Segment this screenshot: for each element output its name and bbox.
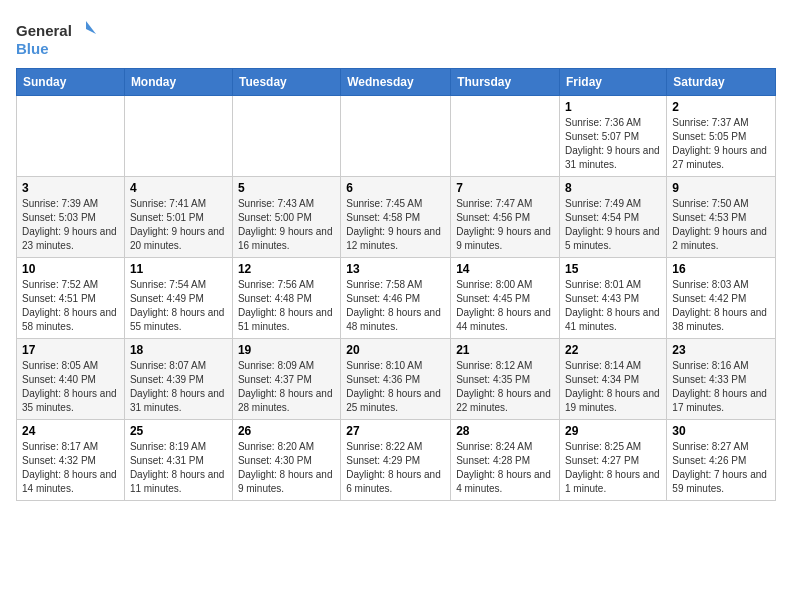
day-info: Sunrise: 8:22 AM Sunset: 4:29 PM Dayligh… <box>346 440 445 496</box>
day-number: 18 <box>130 343 227 357</box>
header-cell-tuesday: Tuesday <box>232 69 340 96</box>
day-number: 10 <box>22 262 119 276</box>
day-number: 1 <box>565 100 661 114</box>
day-cell: 22Sunrise: 8:14 AM Sunset: 4:34 PM Dayli… <box>560 339 667 420</box>
day-cell: 26Sunrise: 8:20 AM Sunset: 4:30 PM Dayli… <box>232 420 340 501</box>
day-cell: 4Sunrise: 7:41 AM Sunset: 5:01 PM Daylig… <box>124 177 232 258</box>
day-info: Sunrise: 8:19 AM Sunset: 4:31 PM Dayligh… <box>130 440 227 496</box>
day-cell: 8Sunrise: 7:49 AM Sunset: 4:54 PM Daylig… <box>560 177 667 258</box>
day-info: Sunrise: 8:00 AM Sunset: 4:45 PM Dayligh… <box>456 278 554 334</box>
day-cell: 27Sunrise: 8:22 AM Sunset: 4:29 PM Dayli… <box>341 420 451 501</box>
calendar-header: SundayMondayTuesdayWednesdayThursdayFrid… <box>17 69 776 96</box>
week-row-2: 10Sunrise: 7:52 AM Sunset: 4:51 PM Dayli… <box>17 258 776 339</box>
day-cell: 13Sunrise: 7:58 AM Sunset: 4:46 PM Dayli… <box>341 258 451 339</box>
day-number: 24 <box>22 424 119 438</box>
day-info: Sunrise: 8:01 AM Sunset: 4:43 PM Dayligh… <box>565 278 661 334</box>
day-number: 23 <box>672 343 770 357</box>
day-cell: 7Sunrise: 7:47 AM Sunset: 4:56 PM Daylig… <box>451 177 560 258</box>
day-info: Sunrise: 7:39 AM Sunset: 5:03 PM Dayligh… <box>22 197 119 253</box>
day-number: 17 <box>22 343 119 357</box>
day-info: Sunrise: 7:50 AM Sunset: 4:53 PM Dayligh… <box>672 197 770 253</box>
day-number: 11 <box>130 262 227 276</box>
day-info: Sunrise: 8:05 AM Sunset: 4:40 PM Dayligh… <box>22 359 119 415</box>
day-cell: 30Sunrise: 8:27 AM Sunset: 4:26 PM Dayli… <box>667 420 776 501</box>
day-number: 29 <box>565 424 661 438</box>
day-number: 9 <box>672 181 770 195</box>
week-row-0: 1Sunrise: 7:36 AM Sunset: 5:07 PM Daylig… <box>17 96 776 177</box>
day-number: 26 <box>238 424 335 438</box>
header-cell-thursday: Thursday <box>451 69 560 96</box>
day-number: 22 <box>565 343 661 357</box>
day-cell: 16Sunrise: 8:03 AM Sunset: 4:42 PM Dayli… <box>667 258 776 339</box>
day-info: Sunrise: 8:27 AM Sunset: 4:26 PM Dayligh… <box>672 440 770 496</box>
day-cell: 5Sunrise: 7:43 AM Sunset: 5:00 PM Daylig… <box>232 177 340 258</box>
day-number: 4 <box>130 181 227 195</box>
day-cell <box>451 96 560 177</box>
day-number: 8 <box>565 181 661 195</box>
day-cell: 23Sunrise: 8:16 AM Sunset: 4:33 PM Dayli… <box>667 339 776 420</box>
day-cell: 24Sunrise: 8:17 AM Sunset: 4:32 PM Dayli… <box>17 420 125 501</box>
day-info: Sunrise: 7:54 AM Sunset: 4:49 PM Dayligh… <box>130 278 227 334</box>
logo: General Blue <box>16 16 96 60</box>
day-info: Sunrise: 8:24 AM Sunset: 4:28 PM Dayligh… <box>456 440 554 496</box>
day-number: 19 <box>238 343 335 357</box>
day-info: Sunrise: 8:20 AM Sunset: 4:30 PM Dayligh… <box>238 440 335 496</box>
week-row-3: 17Sunrise: 8:05 AM Sunset: 4:40 PM Dayli… <box>17 339 776 420</box>
day-number: 30 <box>672 424 770 438</box>
day-info: Sunrise: 8:16 AM Sunset: 4:33 PM Dayligh… <box>672 359 770 415</box>
day-cell: 1Sunrise: 7:36 AM Sunset: 5:07 PM Daylig… <box>560 96 667 177</box>
day-info: Sunrise: 8:09 AM Sunset: 4:37 PM Dayligh… <box>238 359 335 415</box>
day-cell: 6Sunrise: 7:45 AM Sunset: 4:58 PM Daylig… <box>341 177 451 258</box>
header-cell-saturday: Saturday <box>667 69 776 96</box>
day-cell: 29Sunrise: 8:25 AM Sunset: 4:27 PM Dayli… <box>560 420 667 501</box>
day-info: Sunrise: 8:12 AM Sunset: 4:35 PM Dayligh… <box>456 359 554 415</box>
day-number: 21 <box>456 343 554 357</box>
day-info: Sunrise: 8:03 AM Sunset: 4:42 PM Dayligh… <box>672 278 770 334</box>
day-info: Sunrise: 8:10 AM Sunset: 4:36 PM Dayligh… <box>346 359 445 415</box>
day-number: 25 <box>130 424 227 438</box>
header: General Blue <box>16 16 776 60</box>
day-info: Sunrise: 7:36 AM Sunset: 5:07 PM Dayligh… <box>565 116 661 172</box>
day-cell: 19Sunrise: 8:09 AM Sunset: 4:37 PM Dayli… <box>232 339 340 420</box>
day-cell <box>17 96 125 177</box>
header-cell-sunday: Sunday <box>17 69 125 96</box>
day-number: 2 <box>672 100 770 114</box>
day-number: 27 <box>346 424 445 438</box>
day-info: Sunrise: 7:58 AM Sunset: 4:46 PM Dayligh… <box>346 278 445 334</box>
logo-icon: General Blue <box>16 16 96 60</box>
day-cell: 25Sunrise: 8:19 AM Sunset: 4:31 PM Dayli… <box>124 420 232 501</box>
day-cell: 10Sunrise: 7:52 AM Sunset: 4:51 PM Dayli… <box>17 258 125 339</box>
day-info: Sunrise: 8:25 AM Sunset: 4:27 PM Dayligh… <box>565 440 661 496</box>
day-cell: 28Sunrise: 8:24 AM Sunset: 4:28 PM Dayli… <box>451 420 560 501</box>
day-number: 6 <box>346 181 445 195</box>
week-row-1: 3Sunrise: 7:39 AM Sunset: 5:03 PM Daylig… <box>17 177 776 258</box>
day-cell: 18Sunrise: 8:07 AM Sunset: 4:39 PM Dayli… <box>124 339 232 420</box>
day-cell: 20Sunrise: 8:10 AM Sunset: 4:36 PM Dayli… <box>341 339 451 420</box>
day-cell: 12Sunrise: 7:56 AM Sunset: 4:48 PM Dayli… <box>232 258 340 339</box>
day-number: 16 <box>672 262 770 276</box>
day-info: Sunrise: 8:17 AM Sunset: 4:32 PM Dayligh… <box>22 440 119 496</box>
day-number: 14 <box>456 262 554 276</box>
day-number: 15 <box>565 262 661 276</box>
day-number: 28 <box>456 424 554 438</box>
calendar-table: SundayMondayTuesdayWednesdayThursdayFrid… <box>16 68 776 501</box>
day-cell: 2Sunrise: 7:37 AM Sunset: 5:05 PM Daylig… <box>667 96 776 177</box>
day-cell: 11Sunrise: 7:54 AM Sunset: 4:49 PM Dayli… <box>124 258 232 339</box>
day-info: Sunrise: 7:41 AM Sunset: 5:01 PM Dayligh… <box>130 197 227 253</box>
day-cell: 3Sunrise: 7:39 AM Sunset: 5:03 PM Daylig… <box>17 177 125 258</box>
day-cell <box>232 96 340 177</box>
day-number: 7 <box>456 181 554 195</box>
day-cell: 15Sunrise: 8:01 AM Sunset: 4:43 PM Dayli… <box>560 258 667 339</box>
header-cell-monday: Monday <box>124 69 232 96</box>
day-info: Sunrise: 8:07 AM Sunset: 4:39 PM Dayligh… <box>130 359 227 415</box>
day-info: Sunrise: 7:47 AM Sunset: 4:56 PM Dayligh… <box>456 197 554 253</box>
day-info: Sunrise: 7:56 AM Sunset: 4:48 PM Dayligh… <box>238 278 335 334</box>
header-cell-wednesday: Wednesday <box>341 69 451 96</box>
day-info: Sunrise: 7:52 AM Sunset: 4:51 PM Dayligh… <box>22 278 119 334</box>
day-info: Sunrise: 8:14 AM Sunset: 4:34 PM Dayligh… <box>565 359 661 415</box>
day-number: 3 <box>22 181 119 195</box>
day-cell <box>124 96 232 177</box>
day-number: 5 <box>238 181 335 195</box>
day-info: Sunrise: 7:37 AM Sunset: 5:05 PM Dayligh… <box>672 116 770 172</box>
svg-marker-2 <box>86 21 96 34</box>
